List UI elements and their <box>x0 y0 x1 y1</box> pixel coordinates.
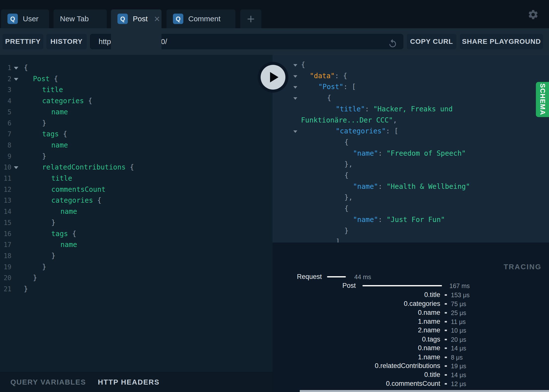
tracing-row-label: 2.name <box>418 326 440 334</box>
tracing-row-label: 1.name <box>418 318 440 325</box>
code-text: name <box>60 206 77 217</box>
copy-curl-button[interactable]: COPY CURL <box>407 34 456 49</box>
editor-line[interactable]: 4categories { <box>0 95 273 107</box>
code-text: { <box>344 170 349 181</box>
code-text: commentsCount <box>51 184 106 195</box>
tracing-row: Request44 ms <box>273 273 549 280</box>
tab-new-tab-label: New Tab <box>60 15 89 23</box>
prettify-button[interactable]: PRETTIFY <box>2 34 43 49</box>
code-text: relatedContributions { <box>42 162 134 173</box>
tracing-duration-tick <box>445 357 447 358</box>
editor-line[interactable]: 11title <box>0 173 273 184</box>
response-line: ] <box>273 236 549 243</box>
response-line: { <box>273 203 549 214</box>
line-number: 2 <box>0 73 11 85</box>
fold-arrow-icon[interactable] <box>293 97 297 100</box>
code-text: tags { <box>42 128 67 140</box>
editor-line[interactable]: 5name <box>0 106 273 118</box>
tracing-row: 0.name25 μs <box>273 309 549 316</box>
close-tab-icon[interactable]: × <box>154 14 160 24</box>
query-editor[interactable]: 1{2Post {3title4categories {5name6}7tags… <box>0 55 273 372</box>
tracing-duration-bar <box>327 276 346 277</box>
code-text: name <box>51 140 68 151</box>
tab-comment[interactable]: Q Comment <box>166 9 235 28</box>
tracing-row: Post167 ms <box>273 282 549 289</box>
fold-arrow-icon[interactable] <box>293 64 297 67</box>
share-playground-button[interactable]: SHARE PLAYGROUND <box>460 34 543 49</box>
plus-icon: + <box>247 11 255 26</box>
code-text: { <box>24 62 28 74</box>
code-text: Funktionäre...Der CCC", <box>301 115 397 126</box>
code-text: "name": "Just For Fun" <box>353 214 445 225</box>
tracing-row: 2.name10 μs <box>273 326 549 334</box>
tracing-row: 0.relatedContributions19 μs <box>273 362 549 369</box>
editor-line[interactable]: 13categories { <box>0 195 273 206</box>
code-text: } <box>24 283 28 295</box>
line-number: 8 <box>0 140 11 151</box>
editor-line[interactable]: 8name <box>0 140 273 151</box>
refresh-schema-icon[interactable] <box>388 39 398 49</box>
editor-line[interactable]: 21} <box>0 283 273 295</box>
tracing-row-duration: 153 μs <box>451 291 470 299</box>
editor-line[interactable]: 12commentsCount <box>0 184 273 195</box>
history-button[interactable]: HISTORY <box>46 34 87 49</box>
tracing-row-duration: 19 μs <box>451 362 466 370</box>
tracing-duration-tick <box>445 330 447 331</box>
settings-gear-icon[interactable] <box>527 9 539 20</box>
editor-footer-bar: QUERY VARIABLES HTTP HEADERS <box>0 372 273 392</box>
code-text: } <box>42 261 46 273</box>
editor-line[interactable]: 18} <box>0 250 273 262</box>
fold-arrow-icon[interactable] <box>14 166 18 169</box>
code-text: name <box>51 106 68 118</box>
editor-line[interactable]: 1{ <box>0 62 273 74</box>
tracing-row-duration: 12 μs <box>451 380 466 388</box>
editor-line[interactable]: 15} <box>0 217 273 228</box>
response-line: "name": "Freedom of Speech" <box>273 148 549 159</box>
code-text: } <box>344 225 349 237</box>
editor-line[interactable]: 7tags { <box>0 128 273 140</box>
fold-arrow-icon[interactable] <box>14 78 18 81</box>
editor-line[interactable]: 16tags { <box>0 228 273 240</box>
add-tab-button[interactable]: + <box>240 9 261 28</box>
tracing-row-duration: 10 μs <box>451 327 466 334</box>
line-number: 19 <box>0 261 11 273</box>
code-text: "name": "Health & Wellbeing" <box>353 181 470 192</box>
query-variables-toggle[interactable]: QUERY VARIABLES <box>10 378 86 386</box>
editor-line[interactable]: 2Post { <box>0 73 273 85</box>
fold-arrow-icon[interactable] <box>293 75 297 78</box>
editor-line[interactable]: 19} <box>0 261 273 273</box>
editor-line[interactable]: 6} <box>0 118 273 129</box>
tracing-row: 0.title14 μs <box>273 371 549 378</box>
http-headers-toggle[interactable]: HTTP HEADERS <box>98 378 160 386</box>
editor-line[interactable]: 17name <box>0 239 273 250</box>
line-number: 12 <box>0 184 11 195</box>
response-line: "data": { <box>273 70 549 82</box>
tab-post[interactable]: Q Post × <box>111 9 162 55</box>
editor-line[interactable]: 9} <box>0 151 273 162</box>
play-icon <box>270 72 278 82</box>
editor-line[interactable]: 10relatedContributions { <box>0 162 273 173</box>
tab-new-tab[interactable]: New Tab <box>54 9 107 28</box>
code-text: }, <box>344 159 353 170</box>
code-text: ] <box>336 236 340 243</box>
code-text: { <box>327 92 331 104</box>
code-text: } <box>51 217 55 228</box>
tracing-row-duration: 44 ms <box>354 273 371 281</box>
editor-line[interactable]: 14name <box>0 206 273 217</box>
fold-arrow-icon[interactable] <box>293 86 297 89</box>
execute-query-button[interactable] <box>258 62 288 93</box>
query-badge-icon: Q <box>117 14 128 24</box>
fold-arrow-icon[interactable] <box>293 130 297 133</box>
tab-user[interactable]: Q User <box>1 9 49 28</box>
horizontal-scrollbar-thumb[interactable] <box>300 390 549 392</box>
tracing-duration-tick <box>445 312 447 314</box>
editor-line[interactable]: 20} <box>0 272 273 284</box>
line-number: 17 <box>0 239 11 250</box>
fold-arrow-icon[interactable] <box>14 67 18 70</box>
editor-line[interactable]: 3title <box>0 84 273 96</box>
code-text: title <box>51 173 72 184</box>
tracing-row-label: Request <box>297 273 322 280</box>
tracing-row-duration: 75 μs <box>451 300 466 308</box>
schema-side-tab[interactable]: SCHEMA <box>536 82 549 117</box>
line-number: 5 <box>0 106 11 118</box>
